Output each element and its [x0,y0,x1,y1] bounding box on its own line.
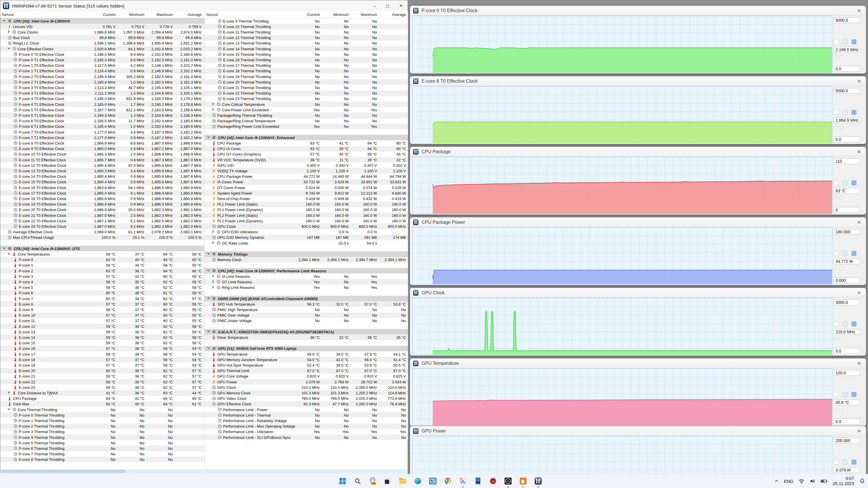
bg-color-swatch-selected[interactable] [851,251,857,256]
sensor-row[interactable]: E-core 18 T0 Effective Clock1,865.6 MHz0… [0,196,204,201]
sensor-row[interactable]: GPU D3D Memory Dynamic167 MB167 MB281 MB… [205,235,408,240]
auto-fit-button[interactable] [834,126,838,128]
sensor-row[interactable]: E-core 15 T0 Effective Clock1,890.4 MHz0… [0,179,204,185]
sensor-row[interactable]: PL2 Power Limit (Dynamic)160.0 W160.0 W1… [205,218,408,224]
sensor-row[interactable]: P-core 0 T0 Effective Clock2,188.0 MHz8.… [0,52,204,57]
taskbar-search-icon[interactable] [350,474,365,488]
sensor-row[interactable]: E-core 22 T0 Effective Clock1,887.1 MHz5… [0,218,204,224]
sensor-row[interactable]: PL2 Power Limit (Static)160.0 W160.0 W16… [205,213,408,218]
sensor-row[interactable]: P-core 7 T1 Effective Clock2,177.0 MHz0.… [0,135,204,140]
horizontal-scrollbar[interactable] [1,469,407,474]
sensor-row[interactable]: Core Temperatures59 °C37 °C64 °C56 °C [0,251,204,257]
sensor-row[interactable]: CPU GT Cores (Graphics)57 °C40 °C59 °C55… [205,152,408,157]
sensor-row[interactable]: P-core 3 T0 Effective Clock2,113.3 MHz46… [0,85,204,90]
sensor-row[interactable]: P-core 7 Thermal ThrottlingNoNoNo [0,451,204,457]
sensor-row[interactable]: E-core 13 Thermal ThrottlingNoNoNo [205,40,408,46]
sensor-row[interactable]: P-core 5 T1 Effective Clock2,169.3 MHz1.… [0,112,204,118]
graph-close-icon[interactable]: ✕ [856,7,863,14]
sensor-row[interactable]: E-core 12 Thermal ThrottlingNoNoNo [205,35,408,40]
sensor-row[interactable]: System Agent Power9.743 W9.612 W12.212 W… [205,190,408,196]
volume-icon[interactable] [810,479,815,484]
auto-fit-button[interactable] [834,267,838,269]
sensor-row[interactable]: Core Critical TemperatureNoNoNo [205,101,408,107]
sensor-row[interactable]: E-core 19 T0 Effective Clock1,866.4 MHz0… [0,201,204,207]
sensor-row[interactable]: Core Thermal ThrottlingNoNoNo [0,407,204,412]
sensor-row[interactable]: P-core 5 Thermal ThrottlingNoNoNo [0,440,204,446]
sensor-row[interactable]: E-core 20 T0 Effective Clock1,886.6 MHz2… [0,207,204,213]
sensor-row[interactable]: Uncore VID0.761 V0.753 V0.778 V0.759 V [0,24,204,29]
sensor-row[interactable]: E-core 16 Thermal ThrottlingNoNoNo [205,57,408,62]
sensor-row[interactable]: E-core 1857 °C37 °C58 °C54 °C [0,357,204,362]
sensor-row[interactable]: P-core 063 °C40 °C64 °C60 °C [0,257,204,262]
sensor-row[interactable]: Performance Limit - ThermalNoNoNoNo [205,412,408,418]
sensor-row[interactable]: PMIC Under VoltageNoNoNoNo [205,318,408,324]
current-value-field[interactable]: 2,188.0 MHz [834,47,860,53]
auto-fit-button[interactable] [834,56,838,58]
section-header-row[interactable]: CPU [#0]: Intel Core i9-13900HX: DTS [0,246,204,251]
sensor-row[interactable]: E-core 11 T0 Effective Clock1,865.7 MHz0… [0,157,204,162]
sensor-row[interactable]: E-core 1657 °C38 °C58 °C54 °C [0,346,204,351]
scale-min-field[interactable]: 0.0 [834,66,860,72]
sensor-row[interactable]: E-core 18 Thermal ThrottlingNoNoNo [205,68,408,74]
sensor-row[interactable]: E-core 9 Thermal ThrottlingNoNoNo [205,18,408,24]
graph-titlebar[interactable]: P-core 0 T0 Effective Clock [410,6,866,15]
sensor-row[interactable]: P-core 7 T0 Effective Clock2,177.0 MHz3.… [0,129,204,135]
sensor-row[interactable]: VDDQ TX Voltage1.100 V1.100 V1.100 V1.10… [205,168,408,173]
auto-fit-button[interactable] [834,408,838,411]
graph-close-icon[interactable]: ✕ [856,219,863,226]
maximize-button[interactable]: ◻ [381,0,394,11]
bg-color-swatch-selected[interactable] [851,39,857,44]
bg-color-swatch-selected[interactable] [851,460,857,464]
section-header-row[interactable]: GPU [#1]: NVIDIA GeForce RTX 4080 Laptop [205,346,408,351]
sensor-row[interactable]: P-core 1 T0 Effective Clock2,117.5 MHz4.… [0,63,204,68]
current-value-field[interactable]: 45.9 °C [834,399,860,405]
bg-color-swatch-light[interactable] [834,392,838,397]
taskbar-task-switcher-icon[interactable] [380,474,395,488]
sensor-row[interactable]: E-core 14 Thermal ThrottlingNoNoNo [205,46,408,52]
sensor-row[interactable]: GPU Effective Clock62.3 MHz47.7 MHz2,280… [205,401,408,407]
sensor-row[interactable]: E-core 21 T0 Effective Clock1,887.0 MHz2… [0,213,204,218]
current-value-field[interactable]: 63 °C [834,188,860,194]
sensor-row[interactable]: Bus Clock99.8 MHz99.8 MHz99.8 MHz99.8 MH… [0,35,204,40]
sensor-row[interactable]: E-core 20 Thermal ThrottlingNoNoNo [205,79,408,85]
auto-fit-button[interactable] [834,197,838,199]
scale-max-field[interactable]: 110 [834,158,860,164]
scale-max-field[interactable]: 5000.0 [834,18,860,23]
sensor-row[interactable]: E-core 1259 °C38 °C62 °C58 °C [0,324,204,329]
taskbar-system-monitor-icon[interactable] [425,474,440,488]
section-header-row[interactable]: S.M.A.R.T.: KINGSTON OM8SEP41024Q-A0 (50… [205,329,408,334]
bg-color-swatch-light[interactable] [834,110,838,115]
sensor-row[interactable]: GPU Memory Clock101.3 MHz101.3 MHz2,250.… [205,390,408,395]
sensor-row[interactable]: E-core 21 Thermal ThrottlingNoNoNo [205,85,408,90]
sensor-row[interactable]: P-core 3 T1 Effective Clock2,111.2 MHz1.… [0,91,204,96]
sensor-row[interactable]: GPU Core Voltage0.620 V0.620 V0.910 V0.6… [205,373,408,379]
bg-color-swatch-selected[interactable] [851,392,857,397]
sensor-row[interactable]: E-core 11 Thermal ThrottlingNoNoNo [205,29,408,35]
scale-max-field[interactable]: 5000.0 [834,88,860,94]
sensor-row[interactable]: P-core 660 °C36 °C61 °C58 °C [0,290,204,296]
bg-color-swatch-selected[interactable] [851,181,857,185]
taskbar-occt-icon[interactable] [516,474,531,488]
sensor-row[interactable]: P-core 0 Thermal ThrottlingNoNoNo [0,412,204,418]
sensor-row[interactable]: P-core 6 T0 Effective Clock2,185.5 MHz11… [0,118,204,124]
sensor-row[interactable]: IA Limit ReasonsYesNoYes [205,273,408,279]
graph-titlebar[interactable]: GPU Power [410,426,866,436]
minimize-button[interactable]: – [368,0,381,11]
taskbar-file-explorer-icon[interactable] [395,474,410,488]
bg-color-swatch-blue[interactable] [842,39,847,44]
sensor-row[interactable]: E-core 2060 °C38 °C62 °C57 °C [0,368,204,373]
graph-titlebar[interactable]: CPU Package Power [410,218,866,227]
scale-max-field[interactable]: 180.000 [834,229,860,235]
bg-color-swatch-blue[interactable] [842,251,847,256]
scale-min-field[interactable]: 0 [834,207,860,213]
sensor-row[interactable]: Performance Limit - Reliability VoltageN… [205,418,408,423]
sensor-row[interactable]: P-core 357 °C33 °C60 °C55 °C [0,273,204,279]
sensor-row[interactable]: P-core 1 Thermal ThrottlingNoNoNo [0,418,204,423]
sensor-row[interactable]: GT Limit ReasonsYesNoYes [205,279,408,285]
taskbar-furmark-icon[interactable] [500,474,516,488]
sensor-row[interactable]: Core Power Limit ExceededYesNoYes [205,107,408,112]
reset-button[interactable] [839,267,843,269]
sensor-row[interactable]: E-core 8 T0 Effective Clock1,864.9 MHz8.… [0,140,204,146]
bg-color-swatch-selected[interactable] [851,110,857,115]
sensor-row[interactable]: iGPU VID0.300 V0.300 V0.307 V0.302 V [205,162,408,168]
